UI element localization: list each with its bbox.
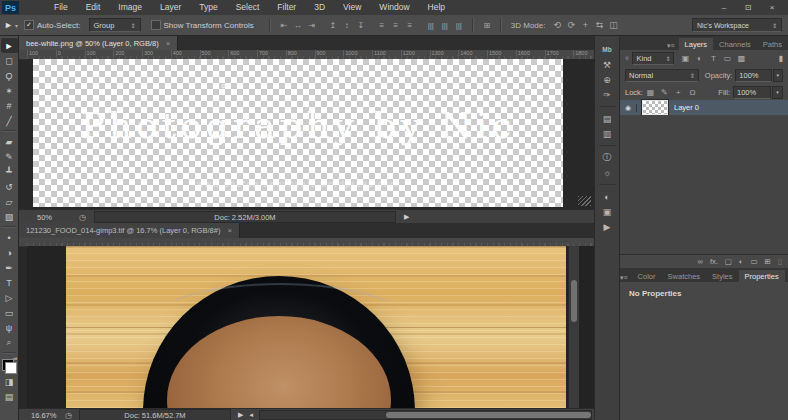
distribute-horizontal-centers-icon[interactable]: ||| bbox=[439, 21, 451, 30]
menu-item[interactable]: Select bbox=[227, 0, 269, 15]
distribute-vertical-centers-icon[interactable]: ≡ bbox=[390, 21, 402, 30]
auto-select-target-dropdown[interactable]: Group ⇕ bbox=[89, 18, 141, 32]
current-tool-chip[interactable]: ► ▾ bbox=[4, 20, 18, 30]
blur-tool[interactable]: • bbox=[1, 230, 18, 245]
panel-tab[interactable]: Properties bbox=[739, 270, 785, 282]
layer-group-icon[interactable]: ▭ bbox=[750, 257, 757, 266]
adjustment-layer-icon[interactable]: ◐ bbox=[739, 257, 744, 266]
dodge-tool[interactable]: ◑ bbox=[1, 245, 18, 260]
menu-item[interactable]: 3D bbox=[305, 0, 334, 15]
move-tool[interactable]: ► bbox=[1, 38, 18, 53]
quick-selection-tool[interactable]: ✶ bbox=[1, 83, 18, 98]
actions-icon[interactable]: ▥ bbox=[598, 126, 617, 141]
history-brush-tool[interactable]: ↺ bbox=[1, 179, 18, 194]
lasso-tool[interactable]: Ϙ bbox=[1, 68, 18, 83]
crop-tool[interactable]: # bbox=[1, 98, 18, 113]
pen-tool[interactable]: ✒ bbox=[1, 260, 18, 275]
panel-tab[interactable]: Color bbox=[632, 270, 662, 282]
clone-stamp-tool[interactable]: ┻ bbox=[1, 164, 18, 179]
3d-zoom-icon[interactable]: ◫ bbox=[606, 20, 620, 30]
filter-pixel-layers-icon[interactable]: ▣ bbox=[680, 54, 690, 63]
navigator-icon[interactable]: ☼ bbox=[598, 165, 617, 180]
visibility-eye-icon[interactable]: ◉ bbox=[620, 104, 637, 112]
panel-menu-icon[interactable]: ▾≡ bbox=[620, 274, 628, 282]
background-color-swatch[interactable] bbox=[5, 362, 17, 374]
close-button[interactable]: × bbox=[762, 2, 782, 13]
zoom-tool[interactable]: ⌕ bbox=[1, 335, 18, 350]
eraser-tool[interactable]: ▱ bbox=[1, 194, 18, 209]
brush-tool[interactable]: ✎ bbox=[1, 149, 18, 164]
vertical-scrollbar-thumb[interactable] bbox=[571, 280, 577, 322]
filter-adjustment-layers-icon[interactable]: ◐ bbox=[694, 54, 704, 63]
layer-mask-icon[interactable]: ▢ bbox=[725, 257, 732, 266]
panel-tab[interactable]: Paths bbox=[757, 38, 788, 50]
align-right-edges-icon[interactable]: ⇥ bbox=[306, 21, 318, 30]
status-flyout-arrow[interactable]: ▶ bbox=[238, 411, 243, 419]
align-horizontal-centers-icon[interactable]: ↔ bbox=[292, 21, 304, 30]
distribute-bottom-edges-icon[interactable]: ≡ bbox=[404, 21, 416, 30]
screen-mode-icon[interactable]: ▤ bbox=[1, 389, 18, 404]
tool-presets-icon[interactable]: ⚒ bbox=[598, 57, 617, 72]
healing-brush-tool[interactable]: ▰ bbox=[1, 134, 18, 149]
layer-row[interactable]: ◉ Layer 0 bbox=[620, 100, 788, 115]
info-icon[interactable]: ⓘ bbox=[598, 150, 617, 165]
menu-item[interactable]: Edit bbox=[77, 0, 110, 15]
menu-item[interactable]: Layer bbox=[151, 0, 190, 15]
menu-item[interactable]: Help bbox=[419, 0, 454, 15]
menu-item[interactable]: Filter bbox=[268, 0, 305, 15]
layer-comps-icon[interactable]: ▣ bbox=[598, 204, 617, 219]
layer-effects-icon[interactable]: fx. bbox=[710, 257, 718, 266]
doc2-doc-size[interactable]: Doc: 51.6M/52.7M bbox=[79, 409, 231, 420]
doc1-canvas[interactable]: ¤ Photography by Nic www.photographybyni… bbox=[27, 59, 594, 209]
quick-mask-icon[interactable]: ◨ bbox=[1, 374, 18, 389]
restore-button[interactable]: ⊡ bbox=[738, 2, 758, 13]
3d-pan-icon[interactable]: + bbox=[578, 20, 592, 30]
panel-menu-icon[interactable]: ▾≡ bbox=[667, 42, 675, 50]
doc1-zoom-level[interactable]: 50% bbox=[37, 213, 79, 222]
filter-kind-dropdown[interactable]: Kind ⇕ bbox=[632, 52, 674, 65]
lock-transparency-icon[interactable]: ▦ bbox=[646, 88, 655, 97]
filter-toggle-icon[interactable]: ▮ bbox=[779, 54, 783, 63]
menu-item[interactable]: Window bbox=[370, 0, 418, 15]
filter-smart-objects-icon[interactable]: ▩ bbox=[736, 54, 746, 63]
doc1-doc-size[interactable]: Doc: 2.52M/3.00M bbox=[94, 211, 396, 223]
auto-align-layers-icon[interactable]: ⊞ bbox=[481, 21, 493, 30]
menu-item[interactable]: View bbox=[334, 0, 370, 15]
new-layer-icon[interactable]: ⊞ bbox=[765, 257, 771, 266]
workspace-switcher[interactable]: Nic's Workspace ⇕ bbox=[692, 18, 782, 32]
distribute-right-edges-icon[interactable]: ||| bbox=[453, 21, 465, 30]
layer-thumbnail[interactable] bbox=[642, 100, 668, 115]
checkbox-empty-icon[interactable] bbox=[151, 20, 161, 30]
doc1-tab[interactable]: bee-white.png @ 50% (Layer 0, RGB/8) × bbox=[19, 36, 178, 50]
close-icon[interactable]: × bbox=[166, 39, 171, 48]
3d-orbit-icon[interactable]: ⟲ bbox=[550, 20, 564, 30]
menu-item[interactable]: Image bbox=[109, 0, 151, 15]
align-vertical-centers-icon[interactable]: ↕ bbox=[341, 21, 353, 30]
eyedropper-tool[interactable]: ╱ bbox=[1, 113, 18, 128]
panel-tab[interactable]: Channels bbox=[713, 38, 757, 50]
mini-bridge-icon[interactable]: Mb bbox=[598, 42, 617, 57]
rectangle-tool[interactable]: ▭ bbox=[1, 305, 18, 320]
opacity-slider-arrow[interactable]: ▾ bbox=[773, 69, 783, 82]
layer-name[interactable]: Layer 0 bbox=[674, 103, 699, 112]
status-flyout-arrow[interactable]: ▶ bbox=[404, 213, 409, 221]
vertical-scrollbar[interactable] bbox=[568, 246, 579, 408]
3d-slide-icon[interactable]: ⇆ bbox=[592, 20, 606, 30]
link-layers-icon[interactable]: ∞ bbox=[698, 257, 703, 266]
panel-tab[interactable]: Styles bbox=[706, 270, 738, 282]
filter-shape-layers-icon[interactable]: ▭ bbox=[722, 54, 732, 63]
align-top-edges-icon[interactable]: ↥ bbox=[327, 21, 339, 30]
marquee-tool[interactable]: ◻ bbox=[1, 53, 18, 68]
fill-value[interactable]: 100% bbox=[733, 86, 771, 99]
history-icon[interactable]: ▤ bbox=[598, 111, 617, 126]
close-icon[interactable]: × bbox=[227, 226, 232, 235]
adjustments-icon[interactable]: ◐ bbox=[598, 189, 617, 204]
distribute-top-edges-icon[interactable]: ≡ bbox=[376, 21, 388, 30]
delete-layer-icon[interactable]: ▯ bbox=[778, 257, 782, 266]
path-selection-tool[interactable]: ▷ bbox=[1, 290, 18, 305]
fill-slider-arrow[interactable]: ▾ bbox=[772, 86, 783, 99]
horizontal-scrollbar[interactable] bbox=[259, 410, 592, 420]
resize-grip[interactable] bbox=[578, 196, 591, 206]
panel-tab[interactable]: Swatches bbox=[662, 270, 707, 282]
show-transform-checkbox[interactable]: Show Transform Controls bbox=[151, 20, 254, 30]
